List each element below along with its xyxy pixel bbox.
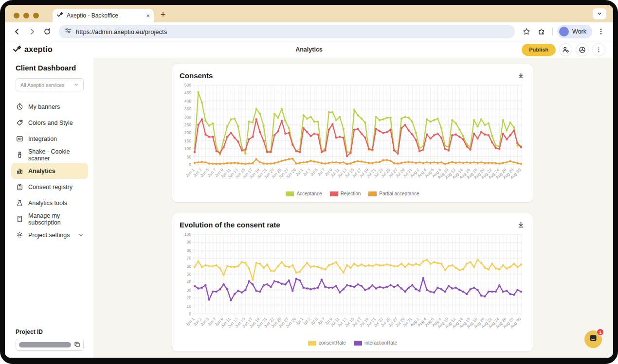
legend-label: Partial acceptance — [379, 191, 419, 196]
user-settings-button[interactable] — [559, 43, 572, 56]
sidebar-item-label: Project settings — [28, 232, 70, 239]
svg-text:0: 0 — [189, 312, 191, 316]
browser-window: Axeptio - Backoffice × + https://admin.a… — [5, 5, 613, 358]
tab-close-icon[interactable]: × — [146, 13, 150, 19]
sidebar-item-label: Analytics — [28, 168, 55, 174]
clipboard-icon — [16, 183, 23, 191]
sidebar-item-analytics-tools[interactable]: Analytics tools — [11, 195, 88, 211]
logo-text: axeptio — [24, 45, 53, 54]
consent-rate-chart: 0102030405060708090100Jun 1Jun 3Jun 5Jun… — [180, 230, 526, 340]
legend-swatch — [330, 191, 338, 196]
axeptio-logo-icon — [13, 45, 21, 54]
svg-text:90: 90 — [187, 240, 192, 244]
maximize-window-button[interactable] — [33, 13, 39, 18]
download-icon[interactable] — [516, 220, 526, 229]
header-actions: Publish — [522, 43, 605, 56]
tab-search-chevron-button[interactable] — [593, 8, 606, 19]
chat-launcher-button[interactable]: 1 — [584, 330, 602, 348]
browser-menu-icon[interactable] — [595, 25, 607, 38]
svg-text:0: 0 — [189, 162, 191, 167]
sidebar-item-colors-and-style[interactable]: Colors and Style — [11, 115, 88, 131]
axeptio-favicon-icon — [56, 11, 63, 20]
url-text[interactable]: https://admin.axeptio.eu/projects — [76, 28, 167, 35]
publish-button[interactable]: Publish — [522, 44, 556, 56]
back-button[interactable] — [11, 25, 23, 38]
consents-card: Consents 050100150200250300350400450500J… — [172, 64, 533, 203]
legend-swatch — [354, 341, 362, 346]
reload-button[interactable] — [41, 25, 54, 38]
screenshot-frame: Axeptio - Backoffice × + https://admin.a… — [0, 0, 618, 364]
services-select-value: All Axeptio services — [20, 82, 72, 88]
consents-chart: 050100150200250300350400450500Jun 1Jun 3… — [180, 81, 526, 191]
tag-icon — [16, 119, 23, 126]
legend-label: Rejection — [341, 191, 361, 196]
legend-item: consentRate — [308, 340, 346, 346]
services-select[interactable]: All Axeptio services — [16, 78, 84, 91]
sidebar-item-shake-cookie-scanner[interactable]: Shake - Cookie scanner — [11, 147, 88, 163]
svg-text:70: 70 — [187, 256, 192, 260]
svg-text:350: 350 — [184, 106, 191, 111]
project-id-section: Project ID — [16, 329, 89, 351]
sidebar-item-label: Consent registry — [28, 184, 73, 191]
forward-button[interactable] — [26, 25, 38, 38]
barchart-icon — [16, 167, 23, 174]
legend-label: consentRate — [319, 340, 346, 346]
svg-text:60: 60 — [187, 264, 192, 269]
download-icon[interactable] — [516, 70, 526, 80]
sidebar-menu: My bannersColors and StyleIntegrationSha… — [16, 99, 89, 243]
main-row: Client Dashboard All Axeptio services My… — [5, 58, 613, 358]
svg-text:450: 450 — [184, 90, 191, 95]
project-id-field[interactable] — [16, 339, 84, 351]
shaker-icon — [16, 151, 23, 158]
consents-card-title: Consents — [180, 71, 213, 80]
profile-avatar — [559, 27, 569, 36]
tab-strip: Axeptio - Backoffice × + — [5, 5, 613, 22]
sidebar-item-my-banners[interactable]: My banners — [11, 99, 88, 115]
browser-toolbar: https://admin.axeptio.eu/projects Work — [5, 22, 613, 41]
browser-profile-button[interactable]: Work — [557, 25, 592, 38]
globe-button[interactable] — [576, 43, 589, 56]
svg-text:20: 20 — [187, 295, 192, 300]
svg-text:80: 80 — [187, 248, 192, 253]
browser-tab[interactable]: Axeptio - Backoffice × — [53, 9, 154, 22]
gear-icon — [16, 231, 23, 239]
svg-text:40: 40 — [187, 279, 192, 284]
extensions-icon[interactable] — [535, 25, 548, 38]
sidebar-item-label: Analytics tools — [28, 200, 67, 207]
legend-item: Rejection — [330, 191, 361, 196]
svg-text:100: 100 — [184, 146, 191, 151]
svg-text:50: 50 — [187, 272, 192, 277]
sidebar-item-consent-registry[interactable]: Consent registry — [11, 179, 88, 195]
copy-icon[interactable] — [74, 341, 80, 349]
sidebar-item-label: Manage my subscription — [28, 212, 84, 226]
svg-text:50: 50 — [187, 155, 192, 159]
axeptio-logo[interactable]: axeptio — [13, 45, 53, 54]
minimize-window-button[interactable] — [23, 13, 29, 18]
sidebar-item-integration[interactable]: Integration — [11, 131, 88, 147]
svg-text:150: 150 — [184, 139, 191, 143]
legend-item: Partial acceptance — [368, 191, 419, 196]
app-header: axeptio Analytics Publish — [5, 41, 613, 58]
url-bar[interactable]: https://admin.axeptio.eu/projects — [59, 25, 515, 38]
clock-icon — [16, 103, 23, 110]
sidebar-item-analytics[interactable]: Analytics — [11, 163, 88, 179]
close-window-button[interactable] — [14, 13, 19, 18]
site-info-icon[interactable] — [65, 27, 72, 36]
window-controls[interactable] — [14, 13, 39, 18]
receipt-icon — [16, 215, 23, 223]
sidebar-item-manage-my-subscription[interactable]: Manage my subscription — [11, 211, 88, 227]
sidebar-item-project-settings[interactable]: Project settings — [11, 227, 88, 243]
new-tab-button[interactable]: + — [157, 8, 169, 21]
consent-rate-card: Evolution of the consent rate 0102030405… — [172, 213, 533, 352]
messenger-icon — [589, 334, 598, 345]
sidebar-item-label: Colors and Style — [28, 120, 73, 126]
svg-text:100: 100 — [184, 232, 191, 237]
bookmark-star-icon[interactable] — [520, 25, 533, 38]
header-menu-button[interactable] — [592, 43, 605, 56]
tab-title: Axeptio - Backoffice — [67, 12, 143, 19]
sidebar: Client Dashboard All Axeptio services My… — [5, 58, 93, 358]
legend-item: Acceptance — [286, 191, 322, 196]
profile-label: Work — [572, 28, 586, 35]
legend-item: interactionRate — [354, 340, 397, 346]
content-area: Consents 050100150200250300350400450500J… — [93, 58, 613, 358]
